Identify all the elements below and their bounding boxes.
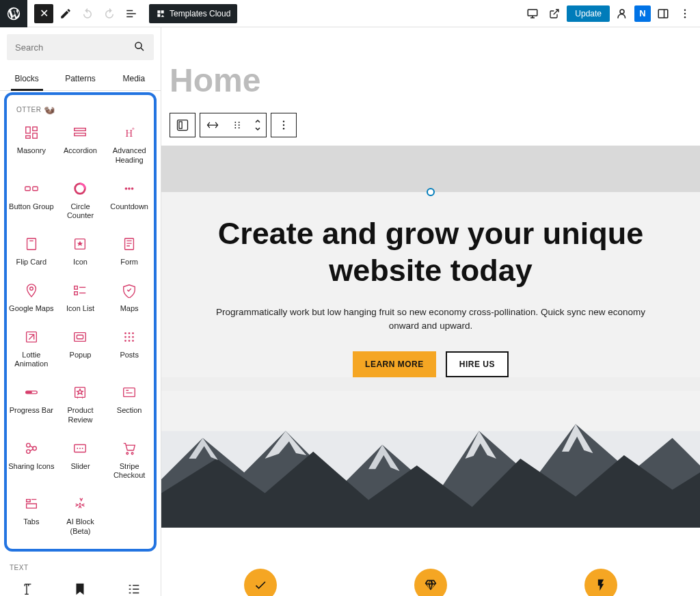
hero-section[interactable]: Create and grow your unique website toda… [161,146,700,528]
svg-point-35 [132,336,134,338]
svg-point-19 [128,187,131,190]
hero-heading[interactable]: Create and grow your unique website toda… [209,215,652,289]
block-item-form[interactable]: Form [105,229,154,275]
block-toolbar [161,113,700,146]
block-search[interactable] [7,34,154,60]
block-item-advanced-heading[interactable]: H+Advanced Heading [105,118,154,174]
block-item-button-group[interactable]: Button Group [7,174,56,230]
block-icon [72,384,88,401]
block-icon [23,180,40,197]
more-options-icon[interactable] [675,4,695,23]
text-section-title: TEXT [0,558,161,574]
block-item-tabs[interactable]: Tabs [7,489,56,545]
tab-media[interactable]: Media [107,67,161,90]
svg-point-59 [239,122,240,123]
svg-rect-23 [125,239,134,250]
block-item-maps[interactable]: Maps [105,275,154,322]
block-icon [121,180,137,197]
block-label: Button Group [9,202,53,212]
svg-rect-40 [26,391,32,394]
block-item-posts[interactable]: Posts [105,322,154,378]
learn-more-button[interactable]: LEARN MORE [353,351,436,377]
templates-cloud-label: Templates Cloud [170,9,230,18]
block-icon [121,236,137,252]
block-item-list[interactable]: List [107,574,161,597]
block-item-product-review[interactable]: Product Review [56,377,105,433]
block-item-progress-bar[interactable]: Progress Bar [7,377,56,433]
block-icon [72,282,88,299]
block-type-icon[interactable] [170,113,195,137]
block-item-stripe-checkout[interactable]: Stripe Checkout [105,433,154,489]
block-label: AI Block (Beta) [57,517,104,537]
block-item-lottie-animation[interactable]: Lottie Animation [7,322,56,378]
view-desktop-icon[interactable] [523,4,542,23]
edit-icon[interactable] [56,4,75,23]
svg-rect-15 [25,187,30,191]
svg-rect-66 [161,391,700,431]
block-label: Sharing Icons [8,462,54,472]
page-title[interactable]: Home [161,27,700,113]
neve-badge[interactable]: N [634,5,651,22]
block-item-icon[interactable]: Icon [56,229,105,275]
drag-handle-icon[interactable] [225,113,250,137]
block-label: Popup [70,351,92,360]
user-icon[interactable] [612,4,632,23]
block-item-accordion[interactable]: Accordion [56,118,105,174]
block-icon [23,236,40,252]
open-external-icon[interactable] [545,4,564,23]
block-label: Google Maps [9,304,53,314]
sidebar-toggle-icon[interactable] [654,4,673,23]
search-input[interactable] [15,42,133,53]
svg-rect-42 [124,388,135,397]
svg-point-64 [283,128,284,129]
undo-icon[interactable] [78,4,97,23]
block-more-icon[interactable] [271,113,296,137]
block-item-popup[interactable]: Popup [56,322,105,378]
block-icon [72,581,88,597]
block-label: Section [117,406,142,416]
block-item-heading[interactable]: Heading [53,574,107,597]
templates-cloud-button[interactable]: Templates Cloud [149,4,237,23]
move-up-down-icon[interactable] [250,113,266,137]
svg-rect-28 [75,332,86,341]
block-icon [23,124,40,141]
hero-subtext[interactable]: Programmatically work but low hanging fr… [209,306,652,334]
hire-us-button[interactable]: HIRE US [446,351,509,377]
block-icon [23,329,40,345]
block-icon [126,581,142,597]
tab-blocks[interactable]: Blocks [0,67,53,90]
svg-point-60 [239,124,240,126]
document-outline-icon[interactable] [122,4,141,23]
block-item-flip-card[interactable]: Flip Card [7,229,56,275]
svg-point-18 [125,187,128,190]
redo-icon[interactable] [100,4,119,23]
svg-rect-21 [27,239,36,250]
svg-point-49 [82,448,83,449]
block-item-circle-counter[interactable]: Circle Counter [56,174,105,230]
block-icon [121,384,137,401]
block-item-countdown[interactable]: Countdown [105,174,154,230]
block-item-slider[interactable]: Slider [56,433,105,489]
align-icon[interactable] [200,113,225,137]
block-item-masonry[interactable]: Masonry [7,118,56,174]
block-label: Masonry [17,146,46,156]
editor-canvas[interactable]: Home Create and grow your unique website… [161,27,700,596]
block-item-section[interactable]: Section [105,377,154,433]
block-item-sharing-icons[interactable]: Sharing Icons [7,433,56,489]
resize-handle[interactable] [427,188,435,196]
block-icon [121,329,137,345]
svg-point-45 [33,446,37,450]
block-item-google-maps[interactable]: Google Maps [7,275,56,322]
block-item-ai-block-beta-[interactable]: AI Block (Beta) [56,489,105,545]
block-label: Slider [70,462,90,472]
svg-point-31 [129,332,131,334]
block-item-paragraph[interactable]: Paragraph [0,574,53,597]
tab-patterns[interactable]: Patterns [53,67,107,90]
close-inserter-button[interactable]: ✕ [34,4,53,23]
update-button[interactable]: Update [567,5,610,22]
svg-point-33 [124,336,126,338]
block-item-icon-list[interactable]: Icon List [56,275,105,322]
block-label: Tabs [23,517,39,527]
wordpress-logo[interactable] [0,0,27,27]
svg-rect-2 [658,10,668,18]
